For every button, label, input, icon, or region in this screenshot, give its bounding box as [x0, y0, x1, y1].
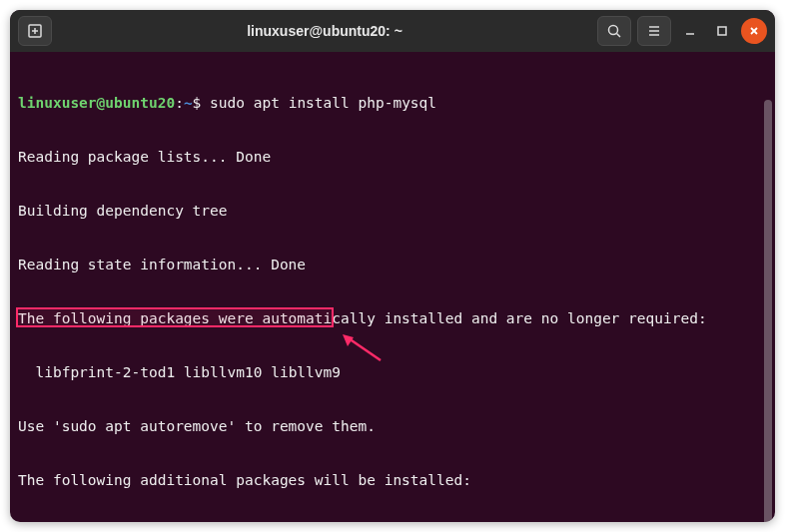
output-line: Reading package lists... Done [18, 148, 767, 166]
svg-point-3 [609, 26, 618, 35]
prompt-path: ~ [184, 95, 193, 111]
window-title: linuxuser@ubuntu20: ~ [60, 23, 589, 39]
prompt-line: linuxuser@ubuntu20:~$ sudo apt install p… [18, 94, 767, 112]
terminal-window: linuxuser@ubuntu20: ~ [10, 10, 775, 522]
titlebar-right [597, 16, 767, 46]
prompt-user-host: linuxuser@ubuntu20 [18, 95, 175, 111]
terminal-body[interactable]: linuxuser@ubuntu20:~$ sudo apt install p… [10, 52, 775, 522]
close-button[interactable] [741, 18, 767, 44]
scrollbar-thumb[interactable] [764, 100, 772, 522]
output-line: libfprint-2-tod1 libllvm10 libllvm9 [18, 363, 767, 381]
command-text: sudo apt install php-mysql [210, 95, 436, 111]
scrollbar[interactable] [764, 100, 772, 522]
output-line: The following packages were automaticall… [18, 309, 767, 327]
output-line: Building dependency tree [18, 202, 767, 220]
minimize-button[interactable] [677, 18, 703, 44]
output-line: The following additional packages will b… [18, 471, 767, 489]
svg-line-12 [349, 338, 381, 360]
menu-button[interactable] [637, 16, 671, 46]
svg-rect-9 [718, 27, 726, 35]
svg-marker-13 [343, 334, 354, 346]
prompt-symbol: $ [193, 95, 202, 111]
titlebar: linuxuser@ubuntu20: ~ [10, 10, 775, 52]
search-button[interactable] [597, 16, 631, 46]
output-line: Reading state information... Done [18, 256, 767, 273]
new-tab-button[interactable] [18, 16, 52, 46]
svg-line-4 [617, 34, 621, 38]
annotation-arrow-icon [343, 334, 383, 362]
maximize-button[interactable] [709, 18, 735, 44]
output-line: Use 'sudo apt autoremove' to remove them… [18, 417, 767, 435]
